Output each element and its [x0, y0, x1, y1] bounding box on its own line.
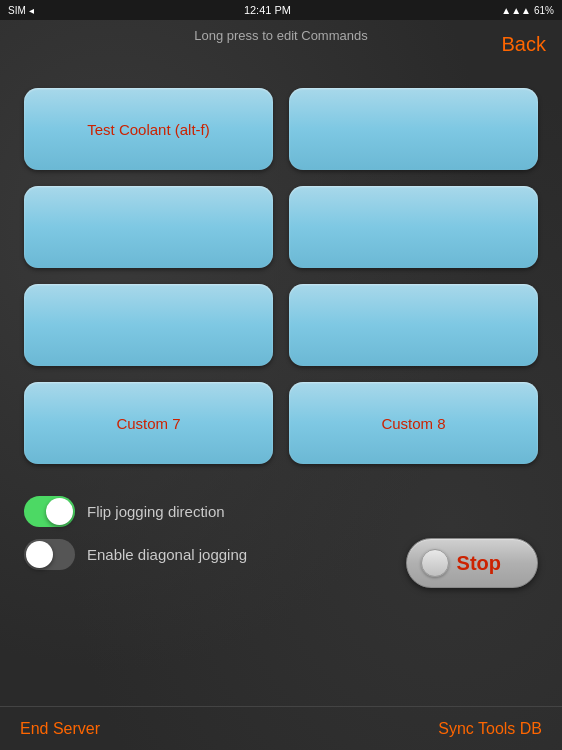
flip-jogging-label: Flip jogging direction — [87, 503, 225, 520]
status-bar: SIM ◂ 12:41 PM ▲▲▲ 61% — [0, 0, 562, 20]
footer: End Server Sync Tools DB — [0, 706, 562, 750]
cmd-button-7-label: Custom 7 — [108, 415, 188, 432]
stop-button[interactable]: Stop — [406, 538, 538, 588]
cmd-button-1[interactable]: Test Coolant (alt-f) — [24, 88, 273, 170]
cmd-button-6[interactable] — [289, 284, 538, 366]
status-battery: ▲▲▲ 61% — [501, 5, 554, 16]
status-carrier: SIM ◂ — [8, 5, 34, 16]
flip-jogging-thumb — [46, 498, 73, 525]
cmd-button-4[interactable] — [289, 186, 538, 268]
flip-jogging-toggle[interactable] — [24, 496, 75, 527]
status-time: 12:41 PM — [244, 4, 291, 16]
stop-button-circle — [421, 549, 449, 577]
command-button-grid: Test Coolant (alt-f) Custom 7 Custom 8 — [0, 72, 562, 480]
stop-button-label: Stop — [457, 552, 501, 575]
cmd-button-1-label: Test Coolant (alt-f) — [79, 121, 218, 138]
end-server-button[interactable]: End Server — [20, 720, 100, 738]
diagonal-jogging-thumb — [26, 541, 53, 568]
cmd-button-8[interactable]: Custom 8 — [289, 382, 538, 464]
cmd-button-7[interactable]: Custom 7 — [24, 382, 273, 464]
cmd-button-2[interactable] — [289, 88, 538, 170]
cmd-button-5[interactable] — [24, 284, 273, 366]
diagonal-jogging-toggle[interactable] — [24, 539, 75, 570]
wifi-icon: ▲▲▲ — [501, 5, 531, 16]
diagonal-jogging-label: Enable diagonal jogging — [87, 546, 247, 563]
cmd-button-8-label: Custom 8 — [373, 415, 453, 432]
page-subtitle: Long press to edit Commands — [0, 28, 562, 43]
cmd-button-3[interactable] — [24, 186, 273, 268]
sync-tools-db-button[interactable]: Sync Tools DB — [438, 720, 542, 738]
flip-jogging-row: Flip jogging direction — [24, 496, 538, 527]
